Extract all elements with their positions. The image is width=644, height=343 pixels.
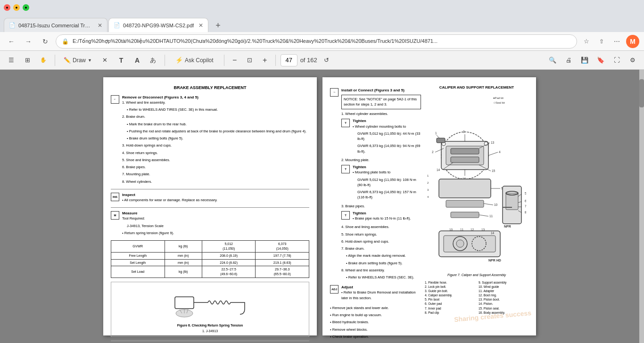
tab-2-close[interactable]: ✕	[198, 22, 203, 29]
copilot-label: Ask Copilot	[185, 57, 214, 64]
final-step-5: • Check brake operation.	[330, 334, 421, 339]
install-item-4: 4. Shoe and lining assemblies.	[341, 224, 421, 229]
maximize-button[interactable]: ●	[23, 4, 29, 11]
tab-2[interactable]: 📄 048720-NPG99-WSM-CS2.pdf ✕	[108, 18, 208, 32]
table-set-load-label: Set Load	[111, 266, 165, 278]
svg-rect-41	[451, 212, 479, 218]
svg-point-21	[484, 142, 488, 146]
pdf-page-left: BRAKE ASSEMBLY REPLACEMENT ← Remove or D…	[103, 77, 317, 335]
tighten-1-a: • Wheel cylinder mounting bolts to	[353, 124, 421, 129]
part-4: 4. Caliper assembly.	[425, 293, 475, 297]
pdf-toolbar: ☰ ⊞ ✋ ✏️ Draw ▼ ✕ T A あ ⚡ Ask Copilot − …	[0, 51, 644, 70]
share-icon[interactable]: ⇧	[596, 36, 607, 47]
remove-section: ← Remove or Disconnect (Figures 3, 4 and…	[111, 95, 309, 186]
remove-item-2b: • Pushing the rod and rotate adjusters a…	[127, 129, 309, 134]
text-button[interactable]: T	[115, 54, 128, 67]
install-item-6: 6. Hold-down spring and cups.	[341, 239, 421, 244]
svg-text:3: 3	[463, 130, 465, 133]
remove-content: Remove or Disconnect (Figures 3, 4 and 5…	[122, 95, 309, 186]
tighten-1-label: Tighten	[353, 118, 421, 123]
table-unit: kg (lb)	[165, 241, 202, 253]
tighten-3-content: Tighten • Brake pipe nuts to 15 N·m (11 …	[353, 211, 421, 223]
part-2: 2. Lock pin bolt.	[425, 285, 475, 289]
remove-item-5: 5. Shoe and lining assemblies.	[122, 157, 309, 163]
tool-required: Tool Required:	[122, 216, 309, 221]
remove-item-6: 6. Brake pipes.	[122, 164, 309, 170]
forward-button[interactable]: →	[22, 35, 35, 48]
part-9: 9. Support assembly	[479, 280, 528, 285]
svg-text:14: 14	[491, 231, 495, 235]
part-1: 1. Flexible hose.	[425, 280, 475, 285]
profile-button[interactable]: M	[626, 35, 639, 48]
more-icon[interactable]: ⋯	[611, 36, 622, 47]
svg-rect-40	[446, 200, 484, 207]
new-tab-button[interactable]: +	[211, 19, 224, 32]
back-button[interactable]: ←	[5, 35, 18, 48]
remove-item-2c: • Brake drum setting bolts (figure 5).	[127, 136, 309, 141]
rotate-button[interactable]: ↺	[320, 54, 333, 67]
fullscreen-button[interactable]: ⛶	[610, 54, 623, 67]
figure-6-label: Figure 6. Checking Return Spring Tension	[177, 323, 243, 328]
print-button[interactable]: 🖨	[562, 54, 575, 67]
draw-button[interactable]: ✏️ Draw ▼	[60, 54, 96, 67]
settings-button[interactable]: ⚙	[626, 54, 639, 67]
adjust-label: Adjust	[341, 285, 421, 290]
bookmark-button[interactable]: 🔖	[594, 54, 607, 67]
final-step-3: • Bleed hydraulic brakes.	[330, 319, 421, 325]
navigate-button[interactable]: ⊞	[21, 54, 34, 67]
erase-button[interactable]: ✕	[99, 54, 112, 67]
measure-icon: M	[111, 211, 119, 220]
sidebar-toggle-button[interactable]: ☰	[5, 54, 18, 67]
tab-1[interactable]: 📄 048715-Isuzu Commercial Truck E ✕	[4, 18, 107, 32]
ask-copilot-button[interactable]: ⚡ Ask Copilot	[170, 54, 219, 67]
svg-text:4: 4	[499, 150, 501, 154]
figure-6-container: Figure 6. Checking Return Spring Tension…	[111, 282, 309, 337]
part-11: 11. Adapter	[479, 289, 528, 293]
table-fl-2: 197.7 (7.78)	[256, 252, 309, 259]
minimize-button[interactable]: ●	[13, 4, 20, 11]
install-item-1: 1. Wheel cylinder assemblies.	[341, 111, 421, 116]
tab-2-title: 048720-NPG99-WSM-CS2.pdf	[123, 23, 194, 28]
zoom-in-button[interactable]: +	[259, 55, 271, 66]
inspect-item: • All components for wear or damage. Rep…	[122, 197, 309, 203]
install-item-8a: • Refer to WHEELS AND TIRES (SEC. 3E).	[346, 275, 421, 280]
separator-3	[224, 55, 224, 66]
remove-icon: ←	[111, 95, 119, 104]
measure-content: Measure Tool Required: J-34913, Tension …	[122, 211, 309, 237]
hiragana-button[interactable]: あ	[147, 54, 160, 67]
scrollbar-thumb[interactable]	[639, 79, 644, 107]
refresh-button[interactable]: ↻	[39, 35, 52, 48]
table-load-2: 29.7~36.3(65.5~80.0)	[256, 266, 309, 278]
save-button[interactable]: 💾	[578, 54, 591, 67]
install-section: → Install or Connect (Figures 3 and 5) N…	[330, 88, 421, 282]
separator-1	[55, 55, 55, 66]
svg-text:13: 13	[491, 141, 495, 144]
format-button[interactable]: A	[131, 54, 144, 67]
tighten-1-content: Tighten • Wheel cylinder mounting bolts …	[353, 118, 421, 155]
page-number-input[interactable]: 47	[281, 54, 297, 66]
hand-tool-button[interactable]: ✋	[37, 54, 50, 67]
table-fl-unit: mm (in)	[165, 252, 202, 259]
figure-6-drawing	[170, 285, 250, 320]
table-gvwr2: 6,373(14,050)	[256, 241, 309, 253]
star-icon[interactable]: ☆	[581, 36, 592, 47]
zoom-fit-button[interactable]: ⊡	[243, 54, 256, 67]
address-input-container[interactable]: 🔒 E:/Tổng%20hợp%20tài%20liệu%20DHTAUTO%2…	[56, 34, 577, 49]
tab-1-close[interactable]: ✕	[98, 22, 102, 29]
table-sl-1: 224.0 (8.82)	[202, 259, 256, 266]
remove-item-8: 8. Wheel cylinders.	[122, 179, 309, 184]
tighten-3: T Tighten • Brake pipe nuts to 15 N·m (1…	[341, 211, 421, 223]
scrollbar[interactable]	[639, 70, 644, 343]
part-13: 13. Piston boot.	[479, 297, 528, 302]
close-button[interactable]: ●	[4, 4, 10, 11]
search-button[interactable]: 🔍	[546, 54, 559, 67]
draw-label: Draw	[73, 57, 86, 64]
tighten-3-icon: T	[341, 211, 350, 220]
zoom-out-button[interactable]: −	[229, 55, 240, 66]
remove-label: Remove or Disconnect (Figures 3, 4 and 5…	[122, 95, 309, 100]
caliper-title: CALIPER AND SUPPORT REPLACEMENT	[425, 85, 528, 90]
remove-item-2a: • Mark the brake drum to the rear hub.	[127, 122, 309, 127]
notice-box: NOTICE: See "NOTICE" on page 5A2-1 of th…	[341, 95, 421, 109]
table-sl-unit: mm (in)	[165, 259, 202, 266]
window-controls: ● ● ●	[4, 4, 29, 11]
